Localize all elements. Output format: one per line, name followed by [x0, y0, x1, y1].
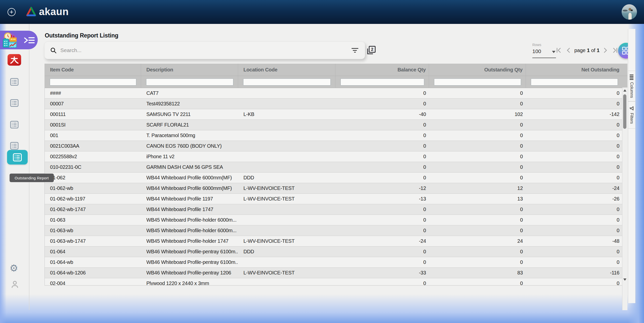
cell-balance-qty: 0: [335, 99, 429, 109]
pages-count-icon[interactable]: 2: [366, 46, 376, 55]
account-person-icon[interactable]: [11, 280, 19, 288]
cell-description: WB44 Whiteboard Profile 1747: [141, 204, 238, 215]
rows-per-page-select[interactable]: Rows 100: [532, 43, 556, 54]
cell-description: WB46 Whiteboard Profile-pentray 6100m...: [141, 257, 238, 267]
column-filter-input[interactable]: [340, 78, 424, 86]
cell-description: WB45 Whiteboard Profile-holder 6000m...: [141, 215, 238, 225]
filter-icon[interactable]: [351, 48, 358, 53]
sidebar-item-report-2[interactable]: [10, 99, 19, 107]
cell-location-code: L-KB: [238, 109, 335, 119]
cell-balance-qty: 0: [335, 130, 429, 141]
cell-outstanding-qty: 0: [429, 278, 526, 286]
column-header[interactable]: Net Outstanding: [526, 64, 622, 76]
first-page-button[interactable]: [555, 47, 562, 54]
sidebar-app-pill[interactable]: [0, 31, 38, 49]
table-row[interactable]: 00225588v2iPhone 11 v2000: [45, 151, 622, 162]
search-icon: [50, 47, 57, 54]
cell-outstanding-qty: 0: [429, 225, 526, 236]
column-header[interactable]: Outstanding Qty: [429, 64, 526, 76]
total-pages-number: 1: [597, 48, 599, 53]
cell-balance-qty: 0: [335, 141, 429, 151]
cell-description: SCARF FLORAL21: [141, 120, 238, 130]
column-header[interactable]: Location Code: [238, 64, 335, 76]
cell-outstanding-qty: 102: [429, 109, 526, 119]
rows-label: Rows: [532, 43, 556, 47]
sidebar-item-report-3[interactable]: [10, 121, 19, 129]
table-scrollbar-thumb[interactable]: [623, 94, 626, 129]
cell-outstanding-qty: 0: [429, 141, 526, 151]
table-row[interactable]: 02-004Plywood 1220 x 2440 x 3mm000: [45, 278, 622, 286]
cell-item-code: 01-062-wb-1747: [45, 204, 141, 215]
column-filter-input[interactable]: [50, 78, 136, 86]
cell-net-outstanding: 0: [526, 257, 622, 267]
table-row[interactable]: ####CAT7000: [45, 88, 622, 99]
cell-outstanding-qty: 0: [429, 130, 526, 141]
sidebar-item-outstanding-report-active[interactable]: [7, 150, 28, 165]
column-filter-input[interactable]: [146, 78, 233, 86]
brand-logo[interactable]: akaun: [26, 6, 69, 17]
column-filter-input[interactable]: [243, 78, 331, 86]
cell-location-code: [238, 278, 335, 286]
prev-page-button[interactable]: [565, 47, 572, 54]
table-row[interactable]: 01-064-wbWB46 Whiteboard Profile-pentray…: [45, 257, 622, 268]
cell-item-code: 00225588v2: [45, 151, 141, 162]
table-row[interactable]: 001T. Paracetamol 500mg000: [45, 130, 622, 141]
column-filter-input[interactable]: [531, 78, 618, 86]
table-row[interactable]: 010-02231-0CGARMIN DASH CAM 56 GPS SEA00…: [45, 162, 622, 173]
table-row[interactable]: 0001SISCARF FLORAL21000: [45, 120, 622, 130]
table-row[interactable]: 01-064-wb-1206WB46 Whiteboard Profile-pe…: [45, 268, 622, 278]
expand-menu-icon[interactable]: [24, 36, 35, 45]
of-word: of: [591, 48, 595, 53]
cell-net-outstanding: -26: [526, 194, 622, 204]
table-row[interactable]: 01-062-wbWB44 Whiteboard Profile 6000mm(…: [45, 183, 622, 194]
next-page-button[interactable]: [602, 47, 609, 54]
table-row[interactable]: 01-063WB45 Whiteboard Profile-holder 600…: [45, 215, 622, 225]
search-input[interactable]: [60, 47, 351, 54]
table-row[interactable]: 01-062-wb-1747WB44 Whiteboard Profile 17…: [45, 204, 622, 215]
user-avatar[interactable]: [622, 4, 637, 20]
tab-filters[interactable]: Filters: [628, 101, 635, 129]
cell-location-code: [238, 141, 335, 151]
cell-description: iPhone 11 v2: [141, 151, 238, 162]
table-row[interactable]: 000111SAMSUNG TV 2211L-KB-40102-142: [45, 109, 622, 120]
cell-item-code: 01-062: [45, 173, 141, 183]
cell-location-code: L-WV-EINVOICE-TEST: [238, 236, 335, 246]
cell-description: T. Paracetamol 500mg: [141, 130, 238, 141]
table-row[interactable]: 0021C003AACANON EOS 760D (BODY ONLY)000: [45, 141, 622, 151]
avatar-photo: [622, 4, 637, 20]
table-row[interactable]: 00007Test492358122000: [45, 99, 622, 109]
add-new-icon[interactable]: [8, 8, 16, 16]
tab-columns[interactable]: Columns: [628, 71, 635, 102]
scroll-down-arrow-icon[interactable]: [623, 278, 626, 281]
cell-description: WB45 Whiteboard Profile-holder 6000m...: [141, 225, 238, 236]
cell-location-code: [238, 257, 335, 267]
cell-outstanding-qty: 0: [429, 173, 526, 183]
column-header[interactable]: Description: [141, 64, 238, 76]
table-row[interactable]: 01-063-wbWB45 Whiteboard Profile-holder …: [45, 225, 622, 236]
cell-item-code: 01-064-wb-1206: [45, 268, 141, 278]
top-navbar: akaun: [0, 0, 644, 24]
cell-description: WB44 Whiteboard Profile 6000mm(MF): [141, 183, 238, 193]
akaun-triangle-icon: [26, 7, 36, 17]
table-row[interactable]: 01-062-wb-1197WB44 Whiteboard Profile 11…: [45, 194, 622, 204]
cell-outstanding-qty: 24: [429, 236, 526, 246]
sidebar-item-report-4[interactable]: [10, 142, 19, 150]
cell-item-code: 0021C003AA: [45, 141, 141, 151]
sidebar-item-report-1[interactable]: [10, 78, 19, 86]
last-page-button[interactable]: [612, 47, 619, 54]
cell-description: CANON EOS 760D (BODY ONLY): [141, 141, 238, 151]
column-header[interactable]: Item Code: [45, 64, 141, 76]
column-filter-input[interactable]: [434, 78, 521, 86]
cell-item-code: 00007: [45, 99, 141, 109]
settings-gear-icon[interactable]: ⚙: [10, 263, 18, 273]
table-row[interactable]: 01-062WB44 Whiteboard Profile 6000mm(MF)…: [45, 173, 622, 183]
app-body: Outstanding Report ⚙ Outstanding Report …: [0, 24, 644, 323]
search-bar[interactable]: [44, 42, 365, 59]
cell-outstanding-qty: 12: [429, 183, 526, 193]
scroll-up-arrow-icon[interactable]: [623, 89, 626, 92]
table-row[interactable]: 01-064WB46 Whiteboard Profile-pentray 61…: [45, 247, 622, 257]
sidebar-divider: [29, 24, 29, 310]
table-row[interactable]: 01-063-wb-1747WB45 Whiteboard Profile-ho…: [45, 236, 622, 247]
column-header[interactable]: Balance Qty: [335, 64, 429, 76]
sidebar-item-dai-app[interactable]: [8, 54, 21, 66]
